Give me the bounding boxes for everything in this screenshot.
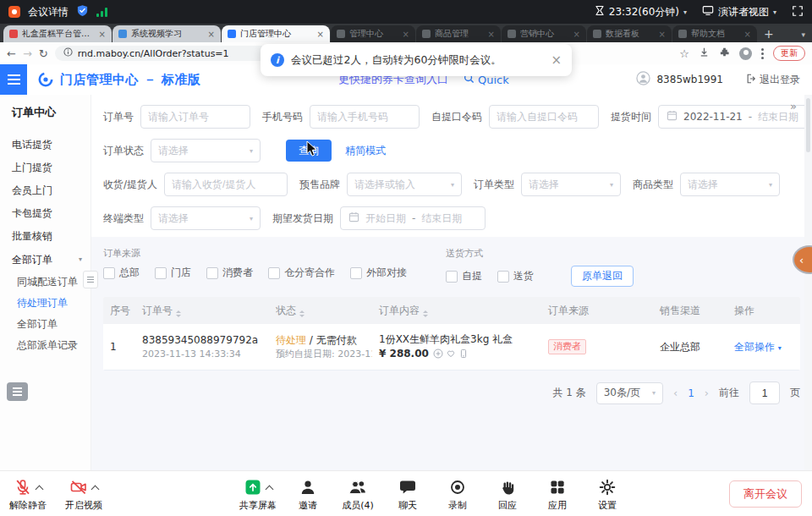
sidebar-item-hq-dispatch[interactable]: 总部派单记录 [0, 335, 91, 356]
expand-options-icon[interactable] [266, 486, 274, 494]
order-no-input[interactable] [140, 105, 250, 129]
checkbox-delivery[interactable]: 送货 [497, 269, 534, 283]
checkbox-store[interactable]: 门店 [155, 266, 191, 280]
invite-button[interactable]: 邀请 [288, 477, 327, 512]
fullscreen-icon[interactable] [792, 5, 804, 19]
browser-tab[interactable]: 营销中心 × [502, 25, 586, 42]
prev-page-icon[interactable]: ‹ [673, 387, 678, 399]
toast-close-icon[interactable]: × [551, 52, 562, 68]
forward-icon[interactable]: → [23, 48, 32, 59]
reaction-button[interactable]: 回应 [488, 477, 527, 512]
sidebar-item-door-pickup[interactable]: 上门提货 [0, 156, 91, 179]
panel-collapse-icon[interactable]: » [790, 100, 797, 113]
browser-tab[interactable]: 礼盒蛋糕平台管理中心 × [3, 25, 112, 42]
expand-options-icon[interactable] [36, 486, 44, 494]
phone-icon[interactable] [458, 349, 469, 359]
sidebar-collapse-handle[interactable] [83, 271, 98, 288]
th-content[interactable]: 订单内容 [372, 304, 541, 318]
chat-button[interactable]: 聊天 [388, 477, 427, 512]
view-mode-selector[interactable]: 演讲者视图 ▾ [702, 5, 776, 19]
scrollbar-thumb[interactable] [806, 98, 810, 152]
pickup-time-daterange[interactable]: 2022-11-21 - 结束日期 [658, 105, 812, 129]
sidebar-item-member-visit[interactable]: 会员上门 [0, 179, 91, 202]
tab-close-icon[interactable]: × [744, 30, 751, 39]
current-page[interactable]: 1 [688, 387, 694, 399]
hamburger-menu-icon[interactable] [0, 64, 27, 95]
sort-icon[interactable] [299, 310, 304, 317]
logout-button[interactable]: 退出登录 [746, 73, 800, 87]
checkbox-self-pickup[interactable]: 自提 [446, 269, 482, 283]
checkbox-external[interactable]: 外部对接 [350, 266, 407, 280]
reload-icon[interactable]: ↻ [39, 48, 48, 59]
browser-tab[interactable]: 帮助文档 × [672, 25, 757, 42]
back-icon[interactable]: ← [7, 48, 16, 59]
browser-tab[interactable]: 管理中心 × [331, 25, 415, 42]
browser-tab-active[interactable]: 门店管理中心 × [222, 25, 330, 42]
apps-button[interactable]: 应用 [538, 477, 577, 512]
site-info-icon[interactable] [63, 47, 73, 59]
sidebar-item-batch-verify[interactable]: 批量核销 [0, 225, 91, 248]
sidebar-item-city-delivery[interactable]: 同城配送订单 [0, 272, 91, 293]
sort-icon[interactable] [176, 310, 181, 317]
terminal-type-select[interactable]: 请选择 ▾ [151, 206, 261, 230]
receiver-input[interactable] [164, 173, 288, 196]
meeting-details-label[interactable]: 会议详情 [28, 5, 69, 19]
sidebar-item-phone-pickup[interactable]: 电话提货 [0, 134, 91, 156]
remark-icon[interactable] [433, 349, 443, 359]
th-order-no[interactable]: 订单号 [135, 304, 269, 318]
presale-brand-select[interactable]: 请选择或输入 ▾ [347, 173, 462, 196]
browser-menu-icon[interactable] [761, 48, 764, 59]
unmute-button[interactable]: 解除静音 [8, 477, 47, 512]
tab-close-icon[interactable]: × [208, 30, 215, 39]
browser-update-button[interactable]: 更新 [773, 46, 805, 61]
sidebar-group-all-orders[interactable]: 全部订单 ▾ [0, 248, 91, 272]
th-status[interactable]: 状态 [269, 304, 372, 318]
tab-list-chevron-icon[interactable]: ▾ [801, 30, 805, 39]
checkbox-hq[interactable]: 总部 [103, 266, 140, 280]
simple-mode-link[interactable]: 精简模式 [345, 144, 386, 158]
tab-close-icon[interactable]: × [659, 30, 666, 39]
checkbox-consumer[interactable]: 消费者 [206, 266, 253, 280]
next-page-icon[interactable]: › [705, 387, 709, 399]
sort-icon[interactable] [423, 310, 428, 317]
meeting-timer[interactable]: 23:32(60分钟) ▾ [595, 5, 687, 19]
members-button[interactable]: 成员(4) [338, 477, 377, 512]
tab-close-icon[interactable]: × [403, 30, 409, 39]
tab-close-icon[interactable]: × [99, 30, 106, 39]
order-status-select[interactable]: 请选择 ▾ [151, 139, 261, 162]
tab-close-icon[interactable]: × [317, 30, 324, 39]
original-return-button[interactable]: 原单退回 [571, 266, 634, 287]
goods-type-select[interactable]: 请选择 ▾ [680, 173, 780, 196]
username[interactable]: 8385wb1991 [656, 74, 723, 85]
download-icon[interactable] [699, 47, 710, 60]
sidebar-item-all-orders[interactable]: 全部订单 [0, 314, 91, 335]
order-type-select[interactable]: 请选择 ▾ [521, 173, 621, 196]
pickup-code-input[interactable] [489, 105, 599, 129]
phone-input[interactable] [310, 105, 420, 129]
tab-close-icon[interactable]: × [488, 30, 495, 39]
page-scrollbar[interactable] [804, 95, 812, 470]
sidebar-item-card-pickup[interactable]: 卡包提货 [0, 202, 91, 225]
page-size-select[interactable]: 30条/页 ▾ [596, 382, 663, 404]
all-actions-link[interactable]: 全部操作 ▾ [734, 341, 782, 353]
new-tab-button[interactable]: + [764, 27, 774, 41]
expand-options-icon[interactable] [91, 486, 100, 494]
tab-close-icon[interactable]: × [573, 30, 580, 39]
record-button[interactable]: 录制 [438, 477, 477, 512]
goto-page-input[interactable] [749, 382, 780, 404]
browser-tab[interactable]: 商品管理 × [416, 25, 501, 42]
browser-tab[interactable]: 系统视频学习 × [112, 25, 221, 42]
security-shield-icon[interactable] [76, 4, 89, 19]
settings-button[interactable]: 设置 [588, 477, 627, 512]
browser-profile-avatar[interactable] [739, 47, 752, 60]
share-screen-button[interactable]: 共享屏幕 [239, 477, 277, 512]
checkbox-warehouse-coop[interactable]: 仓分寄合作 [268, 266, 335, 280]
bookmark-star-icon[interactable]: ☆ [679, 47, 689, 60]
extensions-icon[interactable] [719, 47, 730, 60]
sidebar-item-pending-orders[interactable]: 待处理订单 [0, 293, 91, 314]
sidebar-list-button[interactable] [7, 382, 28, 401]
leave-meeting-button[interactable]: 离开会议 [729, 480, 802, 508]
start-video-button[interactable]: 开启视频 [64, 477, 103, 512]
expect-ship-daterange[interactable]: 开始日期 - 结束日期 [340, 206, 486, 230]
browser-tab[interactable]: 数据看板 × [587, 25, 672, 42]
